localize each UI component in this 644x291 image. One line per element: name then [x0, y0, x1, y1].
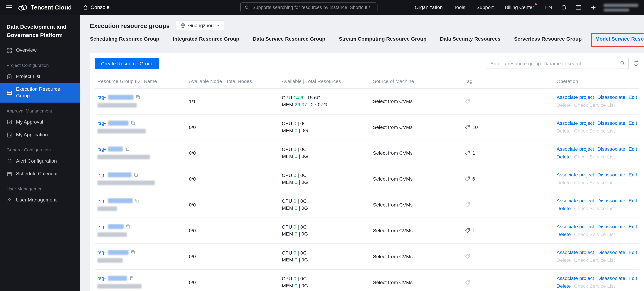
- associate-project-link[interactable]: Associate project: [556, 120, 594, 126]
- search-icon[interactable]: [620, 60, 626, 66]
- associate-project-link[interactable]: Associate project: [556, 172, 594, 178]
- edit-link[interactable]: Edit: [628, 224, 637, 229]
- tab[interactable]: Data Service Resource Group: [253, 36, 325, 47]
- associate-project-link[interactable]: Associate project: [556, 224, 594, 229]
- nav-billing-center[interactable]: Billing Center: [505, 4, 534, 10]
- resource-group-id-link[interactable]: rsg-: [97, 224, 106, 229]
- copy-button[interactable]: [135, 94, 140, 100]
- delete-link[interactable]: Delete: [556, 283, 571, 289]
- refresh-button[interactable]: [633, 60, 639, 66]
- cpu-label: CPU: [282, 250, 292, 256]
- delete-link[interactable]: Delete: [556, 128, 571, 134]
- tab[interactable]: Data Security Resources: [440, 36, 500, 47]
- resource-group-id-link[interactable]: rsg-: [97, 94, 106, 100]
- delete-link[interactable]: Delete: [556, 180, 571, 186]
- feedback-icon[interactable]: [576, 4, 582, 10]
- delete-link[interactable]: Delete: [556, 257, 571, 263]
- topbar-search-input[interactable]: [252, 5, 347, 10]
- pipe-separator: |: [304, 95, 306, 100]
- nav-organization[interactable]: Organization: [415, 4, 443, 10]
- delete-link[interactable]: Delete: [556, 102, 571, 108]
- tag-button[interactable]: [464, 280, 556, 285]
- column-header: Tag: [464, 78, 556, 84]
- tab[interactable]: Integrated Resource Group: [173, 36, 240, 47]
- sidebar-item-schedule-calendar[interactable]: Schedule Calendar: [0, 168, 80, 180]
- edit-link[interactable]: Edit: [628, 120, 637, 126]
- console-link[interactable]: Console: [82, 4, 110, 10]
- tag-button[interactable]: [464, 202, 556, 208]
- tab[interactable]: Scheduling Resource Group: [90, 36, 159, 47]
- disassociate-link[interactable]: Disassociate: [597, 224, 625, 229]
- associate-project-link[interactable]: Associate project: [556, 250, 594, 255]
- edit-link[interactable]: Edit: [628, 276, 637, 281]
- edit-link[interactable]: Edit: [628, 172, 637, 178]
- associate-project-link[interactable]: Associate project: [556, 94, 594, 100]
- tag-button[interactable]: [464, 254, 556, 260]
- disassociate-link[interactable]: Disassociate: [597, 172, 625, 178]
- copy-button[interactable]: [134, 172, 138, 177]
- delete-link[interactable]: Delete: [556, 206, 571, 211]
- resource-group-id-link[interactable]: rsg-: [97, 172, 106, 178]
- disassociate-link[interactable]: Disassociate: [597, 146, 625, 152]
- sidebar-item-project-list[interactable]: Project List: [0, 70, 80, 83]
- disassociate-link[interactable]: Disassociate: [597, 250, 625, 255]
- disassociate-link[interactable]: Disassociate: [597, 276, 625, 281]
- redacted-id: [108, 94, 133, 100]
- sidebar-item-my-application[interactable]: My Application: [0, 128, 80, 142]
- mem-label: MEM: [282, 257, 293, 263]
- nav-language[interactable]: EN: [545, 4, 552, 10]
- sidebar-item-user-management[interactable]: User Management: [0, 194, 80, 207]
- sidebar-item-overview[interactable]: Overview: [0, 44, 80, 57]
- sidebar-item-alert-configuration[interactable]: Alert Configuration: [0, 155, 80, 168]
- pipe-separator: |: [299, 154, 300, 159]
- disassociate-link[interactable]: Disassociate: [597, 198, 625, 204]
- delete-link[interactable]: Delete: [556, 154, 571, 160]
- sparkle-icon[interactable]: [590, 4, 596, 10]
- tab[interactable]: Model Service Resource Group: [595, 36, 644, 47]
- copy-button[interactable]: [135, 198, 140, 203]
- create-resource-group-button[interactable]: Create Resource Group: [95, 58, 160, 69]
- resource-group-search-input[interactable]: [486, 58, 629, 69]
- cpu-total: 0C: [300, 120, 306, 126]
- edit-link[interactable]: Edit: [628, 198, 637, 204]
- tab[interactable]: Serverless Resource Group: [514, 36, 582, 47]
- tag-button[interactable]: 10: [464, 124, 556, 130]
- nav-support[interactable]: Support: [476, 4, 494, 10]
- cpu-total: 0C: [300, 276, 306, 282]
- tab[interactable]: Stream Computing Resource Group: [339, 36, 426, 47]
- copy-button[interactable]: [129, 276, 134, 281]
- cpu-label: CPU: [282, 198, 292, 204]
- associate-project-link[interactable]: Associate project: [556, 198, 594, 204]
- copy-button[interactable]: [126, 224, 130, 229]
- hamburger-menu-button[interactable]: [6, 4, 12, 11]
- tag-button[interactable]: [464, 98, 556, 104]
- associate-project-link[interactable]: Associate project: [556, 146, 594, 152]
- resource-group-id-link[interactable]: rsg-: [97, 275, 106, 281]
- edit-link[interactable]: Edit: [628, 94, 637, 100]
- tencent-cloud-logo[interactable]: Tencent Cloud: [18, 4, 72, 11]
- mem-available: 0: [295, 257, 298, 263]
- edit-link[interactable]: Edit: [628, 146, 637, 152]
- tag-button[interactable]: 6: [464, 176, 556, 182]
- copy-button[interactable]: [130, 250, 136, 255]
- tag-button[interactable]: 1: [464, 150, 556, 156]
- associate-project-link[interactable]: Associate project: [556, 276, 594, 281]
- tag-button[interactable]: 1: [464, 228, 556, 234]
- nav-tools[interactable]: Tools: [454, 4, 466, 10]
- delete-link[interactable]: Delete: [556, 232, 571, 237]
- resource-group-id-link[interactable]: rsg-: [97, 146, 106, 152]
- disassociate-link[interactable]: Disassociate: [597, 94, 625, 100]
- edit-link[interactable]: Edit: [628, 250, 637, 255]
- account-menu[interactable]: [604, 4, 638, 11]
- copy-icon: [126, 224, 130, 229]
- sidebar-item-my-approval[interactable]: My Approval: [0, 116, 80, 128]
- disassociate-link[interactable]: Disassociate: [597, 120, 625, 126]
- resource-group-id-link[interactable]: rsg-: [97, 198, 106, 204]
- copy-button[interactable]: [130, 120, 136, 126]
- notification-bell-icon[interactable]: [561, 4, 567, 10]
- resource-group-id-link[interactable]: rsg-: [97, 249, 106, 255]
- sidebar-item-execution-resource-group[interactable]: Execution Resource Group: [0, 83, 80, 102]
- region-selector[interactable]: Guangzhou: [176, 20, 224, 30]
- copy-button[interactable]: [125, 146, 130, 152]
- resource-group-id-link[interactable]: rsg-: [97, 120, 106, 126]
